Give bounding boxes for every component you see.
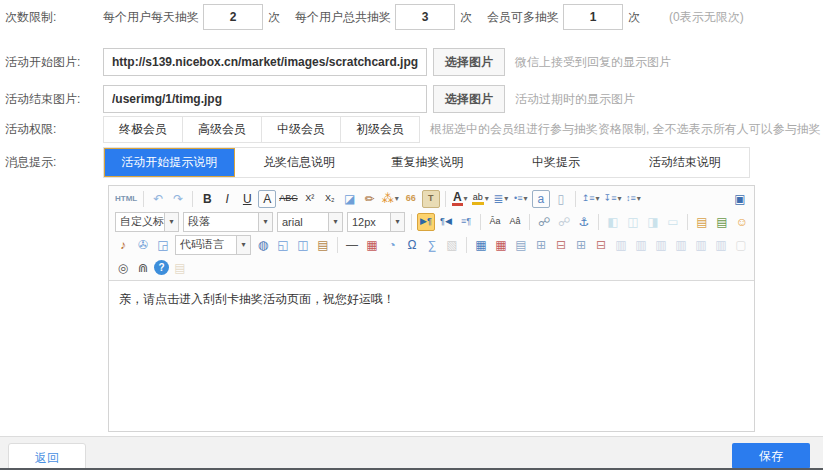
- insert-table-icon[interactable]: ▦: [472, 236, 490, 254]
- end-image-url-input[interactable]: [103, 85, 427, 113]
- blockquote-icon[interactable]: 66: [402, 190, 420, 208]
- total-draw-limit-input[interactable]: [395, 4, 455, 30]
- merge-down-icon[interactable]: ▥: [652, 236, 670, 254]
- redo-icon[interactable]: ↷: [169, 190, 187, 208]
- multi-image-icon[interactable]: ▤: [713, 213, 731, 231]
- paste-icon[interactable]: ▤: [171, 259, 189, 277]
- merge-right-icon[interactable]: ▥: [632, 236, 650, 254]
- map-icon[interactable]: ◍: [254, 236, 272, 254]
- tab-win-tip[interactable]: 中奖提示: [492, 148, 621, 177]
- font-size-select[interactable]: 12px▾: [347, 212, 405, 232]
- member-extra-draw-input[interactable]: [563, 4, 623, 30]
- image-align-left-icon[interactable]: ◧: [604, 213, 622, 231]
- member-level-ultimate-button[interactable]: 终极会员: [103, 116, 183, 143]
- paste-text-icon[interactable]: T: [422, 190, 440, 208]
- bold-icon[interactable]: B: [198, 190, 216, 208]
- line-height-icon[interactable]: ↕≡▾: [624, 190, 642, 208]
- undo-icon[interactable]: ↶: [149, 190, 167, 208]
- custom-title-select[interactable]: 自定义标题▾: [115, 212, 179, 232]
- delete-col-icon[interactable]: ⊟: [592, 236, 610, 254]
- bold-icon-glyph: B: [203, 193, 212, 205]
- attachment-icon[interactable]: ✇: [134, 236, 152, 254]
- toolbar-row-3: ♪✇◲代码语言▾◍◱◫▤—▦◔Ω∑▧▦▦▤⊞⊟⊞⊟▥▥▥▥▥▥▢⊟: [111, 233, 752, 256]
- table-background-icon[interactable]: ▢: [732, 236, 750, 254]
- font-border-icon[interactable]: A: [258, 190, 276, 208]
- tab-activity-start-tip[interactable]: 活动开始提示说明: [104, 148, 235, 177]
- uppercase-icon[interactable]: Âa: [486, 213, 504, 231]
- special-char-icon[interactable]: Ω: [403, 236, 421, 254]
- split-cell-icon[interactable]: ▥: [672, 236, 690, 254]
- font-color-icon[interactable]: A▾: [451, 190, 469, 208]
- indent-icon[interactable]: ↥≡▾: [581, 190, 601, 208]
- start-image-url-input[interactable]: [103, 48, 427, 76]
- start-image-pick-button[interactable]: 选择图片: [433, 48, 505, 76]
- template-icon[interactable]: ▤: [314, 236, 332, 254]
- row-spacing-icon[interactable]: ↧≡▾: [603, 190, 623, 208]
- insert-row-icon[interactable]: ⊞: [532, 236, 550, 254]
- lowercase-icon[interactable]: Aâ: [506, 213, 524, 231]
- image-align-center-icon[interactable]: ◫: [624, 213, 642, 231]
- fullscreen-icon[interactable]: ▣: [731, 190, 749, 208]
- table-title-icon[interactable]: ▤: [512, 236, 530, 254]
- code-language-select[interactable]: 代码语言▾: [175, 235, 251, 255]
- horizontal-rule-icon[interactable]: —: [343, 236, 361, 254]
- split-row-icon[interactable]: ▥: [692, 236, 710, 254]
- member-level-junior-button[interactable]: 初级会员: [340, 116, 420, 143]
- tab-activity-end[interactable]: 活动结束说明: [620, 148, 749, 177]
- remove-format-eraser-icon[interactable]: ◪: [341, 190, 359, 208]
- save-button[interactable]: 保存: [732, 443, 810, 469]
- font-family-select[interactable]: arial▾: [277, 212, 343, 232]
- delete-row-icon[interactable]: ⊟: [552, 236, 570, 254]
- format-painter-icon[interactable]: ✏: [361, 190, 379, 208]
- image-align-right-icon[interactable]: ◨: [644, 213, 662, 231]
- insert-code-icon[interactable]: ◲: [154, 236, 172, 254]
- unordered-list-icon[interactable]: •≡▾: [512, 190, 530, 208]
- direction-rtl-icon[interactable]: ¶◀: [437, 213, 455, 231]
- member-level-senior-button[interactable]: 高级会员: [182, 116, 262, 143]
- image-align-none-icon[interactable]: ▭: [664, 213, 682, 231]
- search-replace-icon[interactable]: ◎: [114, 259, 132, 277]
- emotion-icon[interactable]: ☺: [733, 213, 751, 231]
- image-transfer-icon[interactable]: ▧: [443, 236, 461, 254]
- iframe-icon[interactable]: ◫: [294, 236, 312, 254]
- find-icon[interactable]: ⋒: [134, 259, 152, 277]
- highlight-color-icon[interactable]: ab▾: [471, 190, 490, 208]
- ordered-list-icon[interactable]: ≣▾: [492, 190, 510, 208]
- insert-time-icon[interactable]: ◔: [383, 236, 401, 254]
- help-icon[interactable]: ?: [154, 260, 169, 275]
- toolbar-row-1: HTML↶↷BIUAABCX²X₂◪✏⁂▾66TA▾ab▾≣▾•≡▾a▯↥≡▾↧…: [111, 187, 752, 210]
- direction-ltr-icon[interactable]: ▶¶: [417, 213, 435, 231]
- paragraph-format-icon[interactable]: ≡¶: [457, 213, 475, 231]
- merge-cells-icon[interactable]: ▥: [612, 236, 630, 254]
- delete-table-icon[interactable]: ▦: [492, 236, 510, 254]
- new-page-icon[interactable]: ▯: [552, 190, 570, 208]
- back-button[interactable]: 返回: [8, 443, 86, 470]
- insert-image-icon[interactable]: ▤: [693, 213, 711, 231]
- anchor-point-icon[interactable]: ⚓: [575, 213, 593, 231]
- source-code-icon[interactable]: HTML: [114, 190, 138, 208]
- music-icon[interactable]: ♪: [114, 236, 132, 254]
- auto-typeset-icon[interactable]: ⁂▾: [381, 190, 400, 208]
- member-level-middle-button[interactable]: 中级会员: [261, 116, 341, 143]
- insert-date-icon[interactable]: ▦: [363, 236, 381, 254]
- screenshot-icon[interactable]: ◱: [274, 236, 292, 254]
- underline-icon[interactable]: U: [238, 190, 256, 208]
- strikethrough-icon[interactable]: ABC: [278, 190, 299, 208]
- tab-redeem-info[interactable]: 兑奖信息说明: [235, 148, 364, 177]
- anchor-icon[interactable]: a: [532, 190, 550, 208]
- paragraph-format-icon-glyph: ≡¶: [461, 217, 471, 226]
- formula-icon[interactable]: ∑: [423, 236, 441, 254]
- editor-content[interactable]: 亲，请点击进入刮刮卡抽奖活动页面，祝您好运哦！: [109, 281, 754, 431]
- insert-col-icon[interactable]: ⊞: [572, 236, 590, 254]
- tab-repeat-draw[interactable]: 重复抽奖说明: [363, 148, 492, 177]
- start-image-hint: 微信上接受到回复的显示图片: [515, 54, 671, 71]
- end-image-pick-button[interactable]: 选择图片: [433, 85, 505, 113]
- link-icon[interactable]: ☍: [535, 213, 553, 231]
- paragraph-select[interactable]: 段落▾: [183, 212, 273, 232]
- unlink-icon[interactable]: ☍: [555, 213, 573, 231]
- split-col-icon[interactable]: ▥: [712, 236, 730, 254]
- subscript-icon[interactable]: X₂: [321, 190, 339, 208]
- italic-icon[interactable]: I: [218, 190, 236, 208]
- superscript-icon[interactable]: X²: [301, 190, 319, 208]
- daily-draw-limit-input[interactable]: [203, 4, 263, 30]
